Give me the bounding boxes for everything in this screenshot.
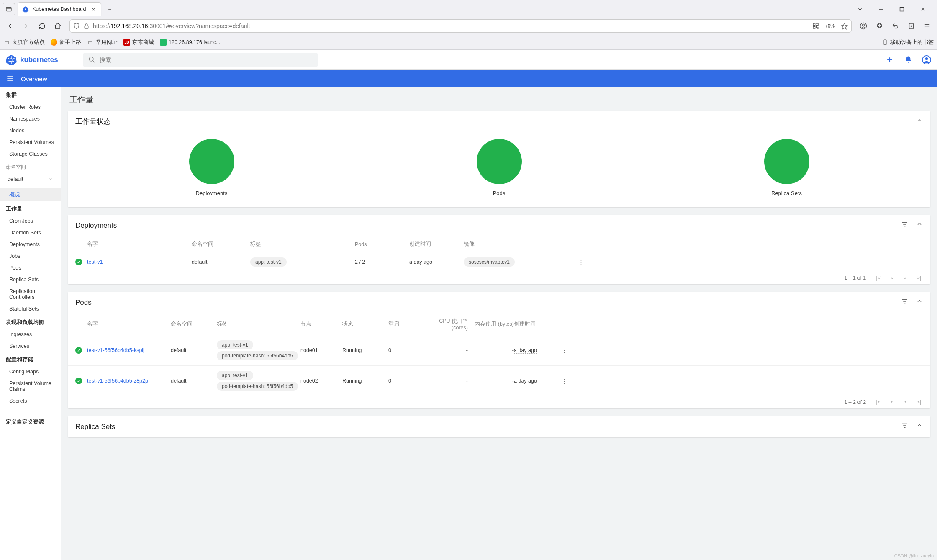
notifications-button[interactable] — [904, 55, 913, 64]
namespace-selector[interactable]: default — [4, 174, 56, 185]
app-menu-button[interactable] — [920, 19, 934, 33]
breadcrumb: Overview — [21, 75, 47, 82]
sidebar-item-statefulsets[interactable]: Stateful Sets — [0, 303, 61, 315]
pods-card: Pods 名字 命名空间 标签 节点 状态 重启 CPU 使用率 (cores)… — [68, 292, 930, 408]
deployment-link[interactable]: test-v1 — [87, 259, 192, 265]
prev-page-button[interactable]: < — [891, 275, 893, 281]
bookmark-folder[interactable]: 🗀火狐官方站点 — [3, 39, 45, 46]
first-page-button[interactable]: |< — [876, 399, 881, 405]
svg-rect-5 — [813, 23, 815, 26]
filter-button[interactable] — [901, 221, 909, 230]
svg-rect-9 — [817, 28, 818, 28]
table-header: 名字 命名空间 标签 Pods 创建时间 镜像 — [68, 236, 930, 252]
home-button[interactable] — [51, 19, 64, 33]
sidebar-item-services[interactable]: Services — [0, 340, 61, 352]
k8s-topbar: kubernetes — [0, 50, 937, 70]
star-icon[interactable] — [841, 23, 848, 30]
card-title: Pods — [75, 298, 92, 307]
search-input[interactable] — [100, 57, 313, 63]
collapse-button[interactable] — [916, 117, 923, 126]
row-menu-button[interactable]: ⋮ — [556, 378, 572, 384]
mobile-bookmarks[interactable]: 移动设备上的书签 — [882, 39, 934, 46]
sidebar-item-jobs[interactable]: Jobs — [0, 250, 61, 262]
sidebar-header-crd: 定义自定义资源 — [0, 414, 61, 428]
forward-button[interactable] — [19, 19, 33, 33]
status-ok-icon: ✓ — [75, 347, 82, 354]
reload-button[interactable] — [35, 19, 49, 33]
prev-page-button[interactable]: < — [891, 399, 893, 405]
zoom-level[interactable]: 70% — [822, 22, 837, 30]
next-page-button[interactable]: > — [904, 399, 906, 405]
timestamp: a day ago — [514, 378, 537, 384]
sidebar-item-persistent-volumes[interactable]: Persistent Volumes — [0, 136, 61, 148]
replicasets-card: Replica Sets — [68, 416, 930, 437]
qr-icon[interactable] — [812, 23, 819, 29]
filter-button[interactable] — [901, 422, 909, 432]
svg-rect-4 — [85, 26, 88, 28]
collapse-button[interactable] — [916, 298, 923, 307]
collapse-button[interactable] — [916, 422, 923, 432]
page-title: 工作量 — [69, 94, 930, 105]
sidebar-header-cluster: 集群 — [0, 87, 61, 101]
extensions-button[interactable] — [873, 19, 886, 33]
account-button[interactable] — [857, 19, 870, 33]
first-page-button[interactable]: |< — [876, 275, 881, 281]
undo-close-button[interactable] — [888, 19, 902, 33]
sidebar-item-cronjobs[interactable]: Cron Jobs — [0, 215, 61, 227]
bookmark-item[interactable]: JD京东商城 — [123, 39, 154, 46]
url-text: https://192.168.20.16:30001/#/overview?n… — [93, 23, 809, 29]
row-menu-button[interactable]: ⋮ — [572, 259, 589, 265]
sidebar-item-configmaps[interactable]: Config Maps — [0, 366, 61, 378]
sidebar-item-nodes[interactable]: Nodes — [0, 125, 61, 136]
sidebar-item-replication-controllers[interactable]: Replication Controllers — [0, 285, 61, 303]
collapse-button[interactable] — [916, 221, 923, 230]
sidebar: 集群 Cluster Roles Namespaces Nodes Persis… — [0, 87, 61, 560]
minimize-button[interactable] — [874, 3, 888, 16]
k8s-logo[interactable]: kubernetes — [6, 54, 58, 65]
nav-bar: https://192.168.20.16:30001/#/overview?n… — [0, 17, 937, 35]
last-page-button[interactable]: >| — [916, 399, 921, 405]
svg-point-2 — [25, 8, 26, 10]
close-window-button[interactable]: ✕ — [916, 3, 929, 16]
menu-toggle-button[interactable] — [6, 74, 14, 84]
sidebar-item-pvc[interactable]: Persistent Volume Claims — [0, 378, 61, 395]
url-bar[interactable]: https://192.168.20.16:30001/#/overview?n… — [69, 19, 852, 33]
image-chip: soscscs/myapp:v1 — [464, 257, 515, 267]
recent-browsing-button[interactable] — [3, 3, 15, 15]
sidebar-item-replicasets[interactable]: Replica Sets — [0, 274, 61, 285]
create-button[interactable] — [885, 55, 894, 64]
list-tabs-button[interactable] — [853, 3, 867, 16]
save-page-button[interactable] — [904, 19, 918, 33]
filter-button[interactable] — [901, 298, 909, 307]
maximize-button[interactable] — [895, 3, 909, 16]
pod-link[interactable]: test-v1-56f56b4db5-ksplj — [87, 347, 171, 353]
browser-chrome: Kubernetes Dashboard ✕ ＋ ✕ https://192.1… — [0, 0, 937, 50]
row-menu-button[interactable]: ⋮ — [556, 347, 572, 354]
table-row: ✓ test-v1-56f56b4db5-ksplj default app: … — [68, 335, 930, 365]
browser-tab[interactable]: Kubernetes Dashboard ✕ — [18, 2, 101, 16]
bookmark-folder[interactable]: 🗀常用网址 — [87, 39, 118, 46]
sidebar-item-daemonsets[interactable]: Daemon Sets — [0, 227, 61, 239]
close-icon[interactable]: ✕ — [90, 6, 97, 13]
timestamp: a day ago — [514, 347, 537, 354]
user-menu-button[interactable] — [922, 55, 931, 64]
shield-icon — [73, 23, 80, 29]
sidebar-item-pods[interactable]: Pods — [0, 262, 61, 274]
sidebar-item-deployments[interactable]: Deployments — [0, 239, 61, 250]
pod-link[interactable]: test-v1-56f56b4db5-z8p2p — [87, 378, 171, 384]
sidebar-item-secrets[interactable]: Secrets — [0, 395, 61, 407]
sidebar-item-ingresses[interactable]: Ingresses — [0, 329, 61, 340]
sidebar-item-cluster-roles[interactable]: Cluster Roles — [0, 101, 61, 113]
new-tab-button[interactable]: ＋ — [104, 3, 116, 15]
bookmark-item[interactable]: 120.26.89.176 launc... — [160, 39, 221, 46]
back-button[interactable] — [3, 19, 17, 33]
sidebar-item-storage-classes[interactable]: Storage Classes — [0, 148, 61, 160]
search-box[interactable] — [83, 53, 318, 67]
status-deployments: Deployments — [189, 139, 234, 196]
last-page-button[interactable]: >| — [916, 275, 921, 281]
sidebar-item-overview[interactable]: 概况 — [0, 188, 61, 201]
bookmark-item[interactable]: 新手上路 — [51, 39, 81, 46]
status-ok-icon: ✓ — [75, 378, 82, 384]
next-page-button[interactable]: > — [904, 275, 906, 281]
sidebar-item-namespaces[interactable]: Namespaces — [0, 113, 61, 125]
